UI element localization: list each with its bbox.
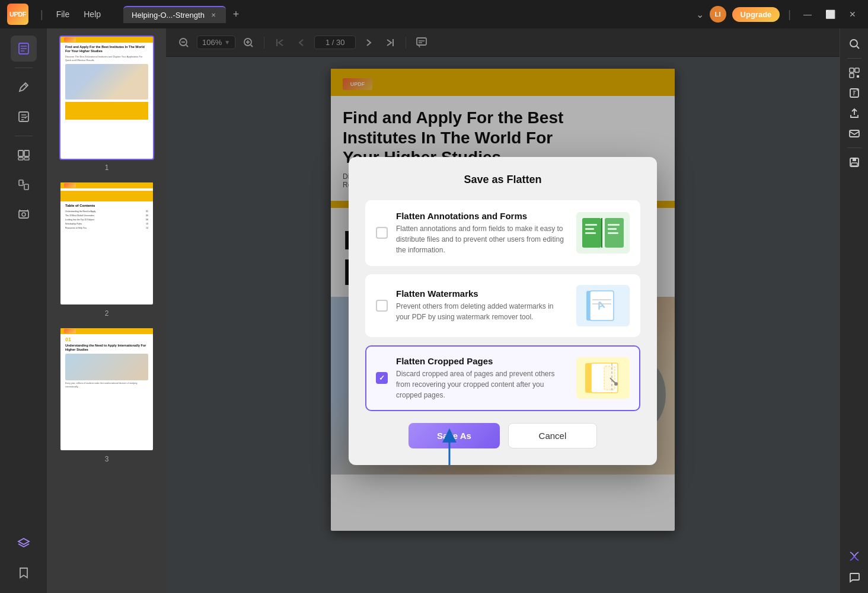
svg-point-55 xyxy=(614,382,618,386)
svg-rect-15 xyxy=(24,184,28,190)
svg-rect-58 xyxy=(850,68,854,72)
upgrade-button[interactable]: Upgrade xyxy=(732,7,780,22)
sidebar-edit-icon[interactable] xyxy=(11,104,37,130)
right-ocr-btn[interactable] xyxy=(846,65,863,81)
thumb-image-2: Table of Contents Understanding the Need… xyxy=(59,181,154,306)
svg-rect-12 xyxy=(18,158,23,160)
thumb-number-3: 3 xyxy=(105,455,109,463)
sep2: | xyxy=(788,8,791,21)
option-desc-cropped: Discard cropped area of pages and preven… xyxy=(396,368,568,400)
svg-line-57 xyxy=(857,46,859,49)
checkbox-watermarks[interactable] xyxy=(376,300,388,312)
dialog-save-as-flatten: Save as Flatten Flatten Annotations and … xyxy=(349,157,657,465)
sidebar-div1 xyxy=(15,68,33,68)
tab-document[interactable]: Helping-O...-Strength ✕ xyxy=(123,6,226,23)
option-text-annotations: Flatten Annotations and Forms Flatten an… xyxy=(396,211,568,255)
title-sep: | xyxy=(40,8,43,21)
sidebar-convert-icon[interactable] xyxy=(11,172,37,198)
window-dropdown-btn[interactable]: ⌄ xyxy=(696,9,704,20)
sidebar-organize-icon[interactable] xyxy=(11,142,37,168)
right-save-btn[interactable] xyxy=(846,154,863,171)
svg-rect-43 xyxy=(608,224,620,226)
thumb-image-1: Find and Apply For the Best Institutes I… xyxy=(59,36,154,160)
sidebar-layers-icon[interactable] xyxy=(11,530,37,556)
thumbnail-3[interactable]: 01 Understanding the Need to Apply Inter… xyxy=(59,327,154,463)
menu-help[interactable]: Help xyxy=(78,7,107,21)
title-bar-right: ⌄ LI Upgrade | — ⬜ ✕ xyxy=(696,6,861,23)
option-card-cropped[interactable]: Flatten Cropped Pages Discard cropped ar… xyxy=(365,345,640,411)
svg-rect-44 xyxy=(608,228,617,230)
modal-overlay: Save as Flatten Flatten Annotations and … xyxy=(166,57,840,593)
tab-label: Helping-O...-Strength xyxy=(132,11,205,20)
option-title-watermarks: Flatten Watermarks xyxy=(396,289,568,299)
svg-rect-16 xyxy=(19,211,28,218)
right-search-btn[interactable] xyxy=(846,36,863,52)
right-chat-btn[interactable] xyxy=(846,569,863,586)
right-share-btn[interactable] xyxy=(846,105,863,121)
upgrade-label: Upgrade xyxy=(741,10,772,19)
logo-icon: UPDF xyxy=(7,4,28,25)
menu-bar: File Help xyxy=(50,7,107,21)
option-icon-watermarks: A xyxy=(576,285,630,326)
option-text-cropped: Flatten Cropped Pages Discard cropped ar… xyxy=(396,356,568,400)
option-title-annotations: Flatten Annotations and Forms xyxy=(396,211,568,221)
right-sep1 xyxy=(847,58,861,59)
thumb-image-3: 01 Understanding the Need to Apply Inter… xyxy=(59,327,154,451)
svg-rect-11 xyxy=(24,150,29,156)
sidebar-bookmark-icon[interactable] xyxy=(11,560,37,586)
option-card-watermarks[interactable]: Flatten Watermarks Prevent others from d… xyxy=(365,274,640,337)
checkbox-cropped[interactable] xyxy=(376,372,388,384)
svg-rect-41 xyxy=(585,228,594,230)
pdf-content-area: UPDF Find and Apply For the Best Institu… xyxy=(166,57,840,593)
thumbnail-panel: Find and Apply For the Best Institutes I… xyxy=(47,28,166,593)
svg-rect-42 xyxy=(585,232,596,234)
sidebar-bottom xyxy=(11,530,37,586)
right-convert-btn[interactable] xyxy=(846,85,863,101)
cancel-button[interactable]: Cancel xyxy=(508,423,597,448)
main-area: Find and Apply For the Best Institutes I… xyxy=(0,28,868,593)
thumb-number-2: 2 xyxy=(105,309,109,318)
thumb-number-1: 1 xyxy=(105,164,109,172)
sidebar-reader-icon[interactable] xyxy=(11,36,37,62)
svg-rect-66 xyxy=(851,163,857,166)
menu-file[interactable]: File xyxy=(50,7,76,21)
thumbnail-2[interactable]: Table of Contents Understanding the Need… xyxy=(59,181,154,318)
new-tab-btn[interactable]: + xyxy=(228,7,244,22)
svg-rect-61 xyxy=(857,75,859,78)
save-as-button[interactable]: Save As xyxy=(409,423,500,448)
tab-close-btn[interactable]: ✕ xyxy=(209,11,218,19)
pdf-viewer: 106% ▼ xyxy=(166,28,840,593)
option-icon-annotations xyxy=(576,212,630,254)
option-desc-annotations: Flatten annotations and form fields to m… xyxy=(396,223,568,255)
maximize-btn[interactable]: ⬜ xyxy=(822,6,838,23)
avatar: LI xyxy=(710,6,726,23)
checkbox-annotations[interactable] xyxy=(376,227,388,239)
right-ai-btn[interactable] xyxy=(846,548,863,565)
right-sidebar xyxy=(840,28,868,593)
svg-rect-53 xyxy=(604,366,615,390)
svg-rect-63 xyxy=(850,130,859,137)
dialog-footer: Save As Cancel xyxy=(365,423,640,448)
right-sidebar-bottom xyxy=(846,548,863,586)
svg-point-56 xyxy=(850,40,857,47)
left-sidebar xyxy=(0,28,47,593)
sidebar-div2 xyxy=(15,136,33,136)
logo-text: UPDF xyxy=(9,11,26,18)
close-btn[interactable]: ✕ xyxy=(844,6,861,23)
option-icon-cropped xyxy=(576,357,630,399)
option-text-watermarks: Flatten Watermarks Prevent others from d… xyxy=(396,289,568,322)
svg-rect-45 xyxy=(608,232,618,234)
option-desc-watermarks: Prevent others from deleting added water… xyxy=(396,301,568,322)
sidebar-scan-icon[interactable] xyxy=(11,201,37,227)
option-card-annotations[interactable]: Flatten Annotations and Forms Flatten an… xyxy=(365,200,640,266)
right-mail-btn[interactable] xyxy=(846,125,863,142)
app-logo[interactable]: UPDF xyxy=(7,4,28,25)
thumbnail-1[interactable]: Find and Apply For the Best Institutes I… xyxy=(59,36,154,172)
tab-area: Helping-O...-Strength ✕ + xyxy=(123,6,691,23)
svg-rect-10 xyxy=(18,150,23,156)
svg-rect-40 xyxy=(585,224,597,226)
minimize-btn[interactable]: — xyxy=(799,6,816,23)
svg-rect-59 xyxy=(855,68,859,72)
svg-rect-13 xyxy=(24,158,29,160)
sidebar-annotate-icon[interactable] xyxy=(11,74,37,100)
